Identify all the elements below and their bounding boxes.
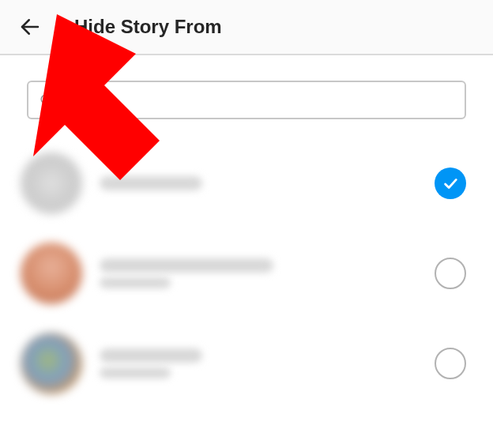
avatar xyxy=(21,333,82,394)
user-label xyxy=(100,176,435,190)
svg-point-1 xyxy=(41,95,50,104)
search-input[interactable]: Search xyxy=(27,81,466,119)
check-icon xyxy=(442,175,459,192)
username-redacted xyxy=(100,348,202,363)
user-list xyxy=(0,138,493,408)
search-container: Search xyxy=(0,55,493,138)
select-toggle[interactable] xyxy=(435,168,466,199)
back-arrow-icon xyxy=(18,15,42,39)
svg-line-2 xyxy=(48,102,52,106)
search-icon xyxy=(40,93,54,107)
user-label xyxy=(100,258,435,288)
fullname-redacted xyxy=(100,367,171,378)
select-toggle[interactable] xyxy=(435,258,466,289)
list-item[interactable] xyxy=(21,138,472,228)
avatar xyxy=(21,243,82,304)
back-button[interactable] xyxy=(17,14,43,40)
username-redacted xyxy=(100,258,273,273)
header: Hide Story From xyxy=(0,0,493,55)
list-item[interactable] xyxy=(21,228,472,318)
username-redacted xyxy=(100,176,202,190)
list-item[interactable] xyxy=(21,318,472,408)
search-placeholder: Search xyxy=(63,92,108,108)
user-label xyxy=(100,348,435,378)
avatar xyxy=(21,152,82,214)
select-toggle[interactable] xyxy=(435,348,466,379)
fullname-redacted xyxy=(100,277,171,288)
page-title: Hide Story From xyxy=(74,16,222,38)
